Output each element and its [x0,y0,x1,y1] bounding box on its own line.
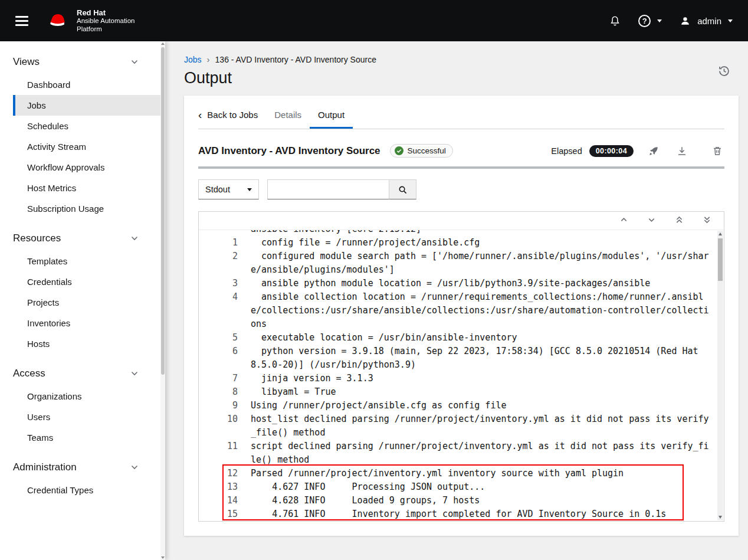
sidebar-section-header[interactable]: Resources [13,224,160,251]
job-actions: Elapsed 00:00:04 [551,145,724,157]
chevron-down-icon [131,236,138,241]
log-line-text: python version = 3.9.18 (main, Sep 22 20… [251,345,711,372]
angle-left-icon: ‹ [198,109,202,120]
sidebar-item-subscription-usage[interactable]: Subscription Usage [13,198,160,219]
scroll-to-bottom-button[interactable] [703,215,711,226]
log-line: 9Using /runner/project/ansible.cfg as co… [199,399,724,412]
log-line-number[interactable]: 12 [199,467,238,480]
log-line-number[interactable]: 13 [199,480,238,494]
sidebar-section-header[interactable]: Access [13,359,160,386]
sidebar-item-inventories[interactable]: Inventories [13,313,160,333]
scrollbar-down-arrow-icon[interactable] [719,516,722,519]
log-line-number[interactable] [199,230,238,236]
tab-details[interactable]: Details [266,96,310,129]
brand-logo[interactable]: Red Hat Ansible Automation Platform [46,8,134,33]
tabs: ‹ Back to Jobs Details Output [198,96,724,129]
sidebar-section-items: TemplatesCredentialsProjectsInventoriesH… [13,251,160,354]
log-line-number[interactable]: 14 [199,494,238,507]
previous-match-button[interactable] [620,215,628,226]
sidebar-item-hosts[interactable]: Hosts [13,333,160,354]
log-line-number[interactable]: 11 [199,440,238,467]
relaunch-button[interactable] [647,146,661,156]
log-line-text: config file = /runner/project/ansible.cf… [251,236,711,250]
log-line-number[interactable]: 2 [199,250,238,277]
log-line-text: libyaml = True [251,385,711,399]
page-title: Output [184,69,739,87]
sidebar-item-credentials[interactable]: Credentials [13,271,160,292]
log-line: 6 python version = 3.9.18 (main, Sep 22 … [199,345,724,372]
delete-job-button[interactable] [710,146,724,156]
sidebar-nav: Views DashboardJobsSchedulesActivity Str… [0,41,165,560]
log-line: ansible-inventory [core 2.15.12] [199,230,724,236]
sidebar-scrollbar[interactable] [160,41,165,560]
next-match-button[interactable] [648,215,655,226]
log-line: 15 4.761 INFO Inventory import completed… [199,507,724,521]
log-line-text: 4.628 INFO Loaded 9 groups, 7 hosts [251,494,711,507]
sidebar-item-workflow-approvals[interactable]: Workflow Approvals [13,157,160,178]
log-line-number[interactable]: 5 [199,331,238,345]
notifications-button[interactable] [609,15,621,27]
log-line-number[interactable]: 6 [199,345,238,372]
log-line-number[interactable]: 8 [199,385,238,399]
sidebar-item-activity-stream[interactable]: Activity Stream [13,136,160,157]
scrollbar-up-arrow-icon[interactable] [161,42,165,45]
bell-icon [609,15,621,27]
sidebar-item-credential-types[interactable]: Credential Types [13,480,160,500]
sidebar-section-title: Resources [13,232,61,244]
download-icon [677,146,687,156]
sidebar-item-templates[interactable]: Templates [13,251,160,271]
sidebar-item-users[interactable]: Users [13,407,160,427]
search-input[interactable] [267,179,389,199]
log-line-number[interactable]: 7 [199,372,238,385]
log-line-text: host_list declined parsing /runner/proje… [251,412,711,440]
log-line-number[interactable]: 1 [199,236,238,250]
log-line-text: 4.627 INFO Processing JSON output... [251,480,711,494]
sidebar-item-jobs[interactable]: Jobs [13,95,160,116]
scroll-to-top-button[interactable] [675,215,683,226]
sidebar-item-dashboard[interactable]: Dashboard [13,74,160,95]
tab-output[interactable]: Output [310,96,353,129]
scrollbar-down-arrow-icon[interactable] [161,556,165,559]
tab-back-to-jobs[interactable]: ‹ Back to Jobs [198,96,266,129]
log-line-number[interactable]: 15 [199,507,238,521]
log-line-number[interactable]: 4 [199,290,238,331]
sidebar-item-teams[interactable]: Teams [13,427,160,448]
help-menu-button[interactable]: ? [638,15,662,27]
log-line-number[interactable]: 10 [199,412,238,440]
sidebar-scrollbar-thumb[interactable] [161,47,165,375]
brand-text: Red Hat Ansible Automation Platform [77,8,134,33]
output-panel-header [199,212,724,230]
breadcrumb-link-jobs[interactable]: Jobs [184,55,202,64]
scrollbar-up-arrow-icon[interactable] [719,232,722,235]
elapsed-label: Elapsed [551,146,582,156]
job-progress-bar [198,166,724,169]
user-menu-button[interactable]: admin [680,15,733,27]
log-line: 8 libyaml = True [199,385,724,399]
sidebar-section-title: Administration [13,461,77,473]
stdout-filter-select[interactable]: Stdout [198,179,259,199]
caret-down-icon [657,19,662,22]
sidebar-section-header[interactable]: Administration [13,453,160,480]
sidebar-section-header[interactable]: Views [13,47,160,74]
sidebar-item-projects[interactable]: Projects [13,292,160,313]
sidebar-section-items: Credential Types [13,480,160,500]
nav-toggle-button[interactable] [15,16,28,26]
log-line: 14 4.628 INFO Loaded 9 groups, 7 hosts [199,494,724,507]
log-line-number[interactable]: 9 [199,399,238,412]
download-output-button[interactable] [675,146,689,156]
breadcrumb: Jobs › 136 - AVD Inventory - AVD Invento… [184,54,739,64]
sidebar-item-schedules[interactable]: Schedules [13,116,160,136]
search-group [267,179,416,199]
history-button[interactable] [718,65,730,80]
sidebar-item-host-metrics[interactable]: Host Metrics [13,178,160,198]
output-scrollbar-thumb[interactable] [718,238,723,281]
output-scrollbar[interactable] [717,231,723,520]
sidebar-section: Views DashboardJobsSchedulesActivity Str… [13,47,160,219]
sidebar-item-organizations[interactable]: Organizations [13,386,160,407]
job-name: AVD Inventory - AVD Inventory Source [198,145,380,157]
log-line-text: ansible collection location = /runner/re… [251,290,711,331]
search-button[interactable] [389,179,416,199]
tab-back-label: Back to Jobs [207,110,258,120]
sidebar-section: Access OrganizationsUsersTeams [13,359,160,448]
log-line-number[interactable]: 3 [199,277,238,290]
